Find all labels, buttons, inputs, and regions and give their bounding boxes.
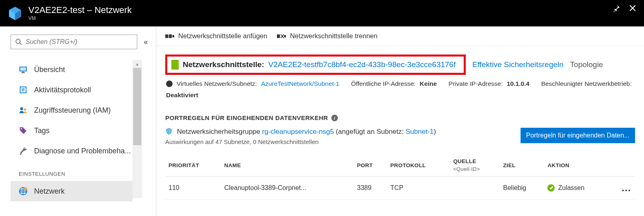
svg-rect-13 <box>165 34 168 38</box>
sidebar-item-label: Netzwerk <box>34 187 65 196</box>
source-sublabel: <Quell-ID> <box>453 166 497 172</box>
blade-header: V2AE2E2-test – Netzwerk VM <box>0 0 644 26</box>
cell-protocol: TCP <box>387 177 450 200</box>
sidebar-item-label: Zugriffssteuerung (IAM) <box>34 106 111 115</box>
svg-point-8 <box>24 108 26 111</box>
cell-priority: 110 <box>165 177 221 200</box>
nsg-impact: Auswirkungen auf 47 Subnetze, 0 Netzwerk… <box>165 138 436 145</box>
action-text: Zulassen <box>558 184 584 192</box>
col-source[interactable]: QUELLE <Quell-ID> <box>450 154 500 177</box>
nic-highlight-box: Netzwerkschnittstelle: V2AE2E2-testfb7c8… <box>165 55 466 75</box>
vnet-label: Virtuelles Netzwerk/Subnetz: <box>177 80 257 87</box>
vnet-link[interactable]: AzureTestNetwork/Subnet-1 <box>261 80 339 87</box>
sidebar-scrollbar[interactable]: ▲ <box>132 60 142 198</box>
iam-icon <box>19 106 28 115</box>
row-more-button[interactable]: … <box>609 177 635 200</box>
sidebar-section-label: EINSTELLUNGEN <box>11 161 132 181</box>
cell-dest: Beliebig <box>500 177 544 200</box>
table-row[interactable]: 110 Cleanuptool-3389-Corpnet... 3389 TCP… <box>165 177 635 200</box>
toolbar-label: Netzwerkschnittstelle trennen <box>290 32 378 40</box>
tag-icon <box>19 126 28 135</box>
close-icon[interactable] <box>629 4 637 12</box>
svg-rect-15 <box>173 35 174 37</box>
nic-label: Netzwerkschnittstelle: <box>183 60 264 69</box>
scroll-thumb[interactable] <box>133 68 141 145</box>
col-action[interactable]: AKTION <box>544 154 609 177</box>
sidebar-item-activity-log[interactable]: Aktivitätsprotokoll <box>11 80 132 100</box>
sidebar-item-diagnose[interactable]: Diagnose und Problembeha... <box>11 141 132 161</box>
col-port[interactable]: PORT <box>354 154 387 177</box>
toolbar-label: Netzwerkschnittstelle anfügen <box>178 32 267 40</box>
pin-icon[interactable] <box>612 4 620 12</box>
check-icon <box>547 184 555 192</box>
blade-title: V2AE2E2-test – Netzwerk <box>28 5 132 15</box>
sidebar-item-tags[interactable]: Tags <box>11 120 132 141</box>
svg-point-9 <box>21 128 22 129</box>
svg-rect-16 <box>277 34 280 38</box>
shield-icon <box>165 128 173 135</box>
svg-point-7 <box>20 107 23 110</box>
cell-name: Cleanuptool-3389-Corpnet... <box>221 177 354 200</box>
svg-rect-17 <box>284 35 286 37</box>
sidebar: « Übersicht Aktivitätsprotokoll Zugriffs… <box>0 26 156 216</box>
accel-value: Deaktiviert <box>166 92 198 99</box>
rules-title-text: PORTREGELN FÜR EINGEHENDEN DATENVERKEHR <box>165 114 328 121</box>
detach-nic-button[interactable]: Netzwerkschnittstelle trennen <box>277 32 378 40</box>
toolbar: Netzwerkschnittstelle anfügen Netzwerksc… <box>156 26 644 46</box>
privip-label: Private IP-Adresse: <box>448 80 503 87</box>
sidebar-item-label: Aktivitätsprotokoll <box>34 86 91 94</box>
sidebar-item-network[interactable]: Netzwerk <box>11 181 132 201</box>
log-icon <box>19 85 28 94</box>
topology-link[interactable]: Topologie <box>570 60 603 69</box>
pubip-label: Öffentliche IP-Adresse: <box>351 80 415 87</box>
wrench-icon <box>19 146 28 155</box>
search-icon <box>15 38 22 46</box>
effective-rules-link[interactable]: Effektive Sicherheitsregeln <box>472 60 564 69</box>
col-protocol[interactable]: PROTOKOLL <box>387 154 450 177</box>
sidebar-item-label: Diagnose und Problembeha... <box>34 147 131 155</box>
pubip-value: Keine <box>420 80 437 87</box>
svg-rect-2 <box>20 68 26 71</box>
nic-link[interactable]: V2AE2E2-testfb7c8bf4-ec2d-433b-98ec-3e3c… <box>268 60 456 69</box>
attach-nic-button[interactable]: Netzwerkschnittstelle anfügen <box>165 32 267 40</box>
nsg-mid: (angefügt an Subnetz: <box>336 128 404 135</box>
svg-point-12 <box>24 188 27 190</box>
collapse-sidebar-icon[interactable]: « <box>144 38 148 46</box>
col-name[interactable]: NAME <box>221 154 354 177</box>
nic-info-bar: Virtuelles Netzwerk/Subnetz: AzureTestNe… <box>165 80 635 99</box>
privip-value: 10.1.0.4 <box>507 80 529 87</box>
sidebar-item-overview[interactable]: Übersicht <box>11 59 132 80</box>
nic-icon <box>171 60 179 70</box>
search-input[interactable] <box>26 38 133 46</box>
attach-icon <box>165 33 174 40</box>
info-icon <box>166 81 173 87</box>
nsg-link[interactable]: rg-cleanupservice-nsg5 <box>262 128 334 135</box>
svg-rect-3 <box>22 72 24 73</box>
add-inbound-rule-button[interactable]: Portregeln für eingehenden Daten... <box>521 128 635 143</box>
main-content: Netzwerkschnittstelle anfügen Netzwerksc… <box>156 26 644 216</box>
accel-label: Beschleunigter Netzwerkbetrieb: <box>541 80 632 87</box>
info-icon[interactable]: i <box>331 115 338 121</box>
svg-rect-4 <box>21 72 25 73</box>
cell-source <box>450 177 500 200</box>
network-icon <box>19 187 28 196</box>
col-priority[interactable]: PRIORITÄT <box>165 154 221 177</box>
cell-port: 3389 <box>354 177 387 200</box>
sidebar-item-label: Übersicht <box>34 65 65 74</box>
detach-icon <box>277 33 286 40</box>
cell-action: Zulassen <box>544 177 609 200</box>
inbound-rules-title: PORTREGELN FÜR EINGEHENDEN DATENVERKEHR … <box>165 114 635 121</box>
nsg-prefix: Netzwerksicherheitsgruppe <box>177 128 260 135</box>
sidebar-item-iam[interactable]: Zugriffssteuerung (IAM) <box>11 100 132 120</box>
search-box[interactable] <box>11 35 137 49</box>
monitor-icon <box>19 65 28 74</box>
nsg-suffix: ) <box>434 128 436 135</box>
sidebar-item-label: Tags <box>34 127 50 135</box>
svg-rect-14 <box>169 34 172 38</box>
col-dest[interactable]: ZIEL <box>500 154 544 177</box>
cube-icon <box>7 6 23 21</box>
nsg-subnet-link[interactable]: Subnet-1 <box>406 128 434 135</box>
scroll-up-icon[interactable]: ▲ <box>132 60 142 68</box>
svg-point-0 <box>16 39 20 44</box>
inbound-rules-table: PRIORITÄT NAME PORT PROTOKOLL QUELLE <Qu… <box>165 154 635 200</box>
